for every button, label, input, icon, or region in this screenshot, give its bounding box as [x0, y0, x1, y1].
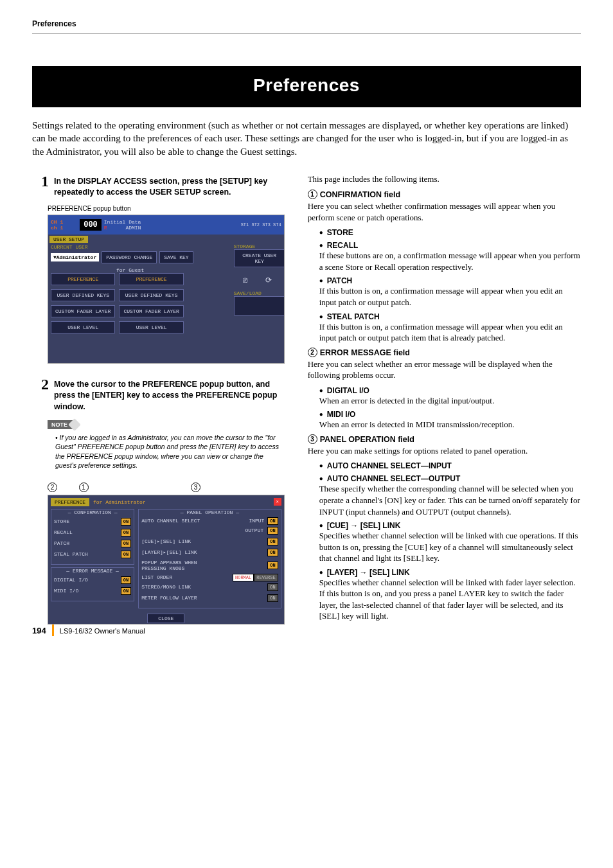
step-2-number: 2	[41, 376, 49, 392]
ss2-popup-label: POPUP APPEARS WHEN PRESSING KNOBS	[141, 560, 212, 571]
ss1-ch-label: CH 1	[51, 219, 63, 225]
store-recall-desc: If these buttons are on, a confirmation …	[319, 250, 581, 272]
ss1-cfl-right: CUSTOM FADER LAYER	[119, 305, 183, 317]
ss2-list-normal: NORMAL	[233, 574, 254, 581]
footer-rule-icon	[52, 624, 54, 636]
ss2-input-label: INPUT	[249, 518, 264, 524]
ss1-scene-name: Initial Data	[104, 219, 141, 225]
note-body: • If you are logged in as Administrator,…	[48, 429, 285, 470]
auto-input-bullet: AUTO CHANNEL SELECT—INPUT	[319, 461, 581, 470]
ss1-meter-labels: ST1 ST2 ST3 ST4	[241, 222, 281, 227]
ss2-stereo-mono-state: ON	[267, 583, 278, 591]
note-tag: NOTE	[48, 420, 73, 429]
ss2-output-state: ON	[267, 527, 278, 535]
ss1-save-key: SAVE KEY	[159, 251, 193, 263]
error-desc: Here you can select whether an error mes…	[308, 359, 581, 381]
ss2-layer-sel-state: ON	[267, 549, 278, 556]
auto-desc: These specify whether the corresponding …	[319, 483, 581, 517]
circled-2-icon: 2	[308, 348, 317, 357]
ss1-admin-label: ADMIN	[125, 225, 141, 231]
ss2-popup-state: ON	[267, 562, 278, 569]
ss2-list-reverse: REVERSE	[254, 574, 278, 581]
midi-io-bullet: MIDI I/O	[319, 410, 581, 419]
running-header: Preferences	[32, 19, 581, 28]
ss1-saveload-label: SAVE/LOAD	[234, 290, 281, 296]
step-1-text: In the DISPLAY ACCESS section, press the…	[54, 173, 285, 199]
ss1-password-change: PASSWORD CHANGE	[102, 251, 157, 263]
circled-1-icon: 1	[308, 190, 317, 199]
ss2-digital-state: ON	[121, 576, 131, 584]
layer-sel-bullet: [LAYER] → [SEL] LINK	[319, 568, 581, 577]
cue-sel-desc: Specifies whether channel selection will…	[319, 530, 581, 564]
ss1-scene-sub: R	[104, 225, 107, 231]
note-box: NOTE • If you are logged in as Administr…	[48, 419, 285, 470]
ss1-ch-sub: ch 1	[51, 225, 63, 231]
page-footer: 194 LS9-16/32 Owner's Manual	[32, 624, 145, 636]
callout-3: 3	[191, 483, 200, 492]
ss2-digital-label: DIGITAL I/O	[54, 577, 88, 583]
ss2-confirmation-title: — CONFIRMATION —	[51, 509, 134, 515]
step-2-text: Move the cursor to the PREFERENCE popup …	[54, 376, 285, 413]
user-setup-screenshot: CH 1 ch 1 000 Initial Data R ADMIN ST1 S…	[48, 215, 285, 364]
ss1-admin-badge: ▼Administrator	[51, 253, 99, 261]
ss2-midi-state: ON	[121, 587, 131, 595]
steal-patch-desc: If this button is on, a confirmation mes…	[319, 321, 581, 344]
ss2-panel-title: — PANEL OPERATION —	[139, 509, 280, 515]
ss2-cue-sel-state: ON	[267, 538, 278, 545]
confirmation-desc: Here you can select whether confirmation…	[308, 200, 581, 223]
ss2-list-order-label: LIST ORDER	[141, 574, 172, 580]
step-1: 1 In the DISPLAY ACCESS section, press t…	[32, 173, 285, 199]
ss2-store-label: STORE	[54, 518, 69, 524]
page-title: Preferences	[32, 66, 581, 107]
right-lead: This page includes the following items.	[308, 173, 581, 185]
ss2-meter-follow-state: ON	[267, 594, 278, 602]
circled-3-icon: 3	[308, 434, 317, 444]
ss2-recall-label: RECALL	[54, 529, 73, 535]
layer-sel-desc: Specifies whether channel selection will…	[319, 577, 581, 622]
ss2-close-button: CLOSE	[147, 614, 184, 623]
ss2-output-label: OUTPUT	[245, 527, 263, 533]
step-2: 2 Move the cursor to the PREFERENCE popu…	[32, 376, 285, 413]
ss2-midi-label: MIDI I/O	[54, 588, 78, 594]
page-number: 194	[32, 626, 46, 635]
ss1-storage-label: STORAGE	[234, 244, 281, 249]
ss2-stereo-mono-label: STEREO/MONO LINK	[141, 584, 191, 590]
ss1-cfl-left: CUSTOM FADER LAYER	[51, 305, 115, 317]
ss1-udk-right: USER DEFINED KEYS	[119, 289, 183, 301]
ss2-layer-sel-label: [LAYER]▸[SEL] LINK	[141, 549, 197, 555]
ss2-error-title: — ERROR MESSAGE —	[51, 568, 134, 574]
recall-bullet: RECALL	[319, 241, 581, 250]
usb-icon: ⎚	[243, 276, 247, 285]
midi-io-desc: When an error is detected in MIDI transm…	[319, 419, 581, 430]
screenshot-1-caption: PREFERENCE popup button	[48, 205, 285, 212]
intro-paragraph: Settings related to the operating enviro…	[32, 119, 581, 158]
ss2-subtab: for Administrator	[89, 498, 150, 506]
ss2-patch-label: PATCH	[54, 540, 69, 546]
ss1-udk-left: USER DEFINED KEYS	[51, 289, 115, 301]
store-bullet: STORE	[319, 228, 581, 237]
ss1-preference-left: PREFERENCE	[51, 273, 115, 285]
ss2-patch-state: ON	[121, 540, 131, 547]
preference-popup-screenshot: PREFERENCE for Administrator × — CONFIRM…	[48, 495, 285, 624]
doc-title: LS9-16/32 Owner's Manual	[60, 627, 145, 635]
patch-desc: If this button is on, a confirmation mes…	[319, 285, 581, 308]
header-rule	[32, 33, 581, 34]
ss1-tab: USER SETUP	[49, 236, 88, 243]
close-icon: ×	[274, 498, 281, 506]
ss2-tab: PREFERENCE	[51, 498, 89, 506]
ss1-create-user-key: CREATE USER KEY	[234, 249, 285, 267]
ss1-userlevel-left: USER LEVEL	[51, 321, 115, 333]
ss2-store-state: ON	[121, 518, 131, 526]
digital-io-desc: When an error is detected in the digital…	[319, 395, 581, 407]
ss2-meter-follow-label: METER FOLLOW LAYER	[141, 595, 197, 601]
confirmation-field-head: 1CONFIRMATION field	[308, 190, 581, 199]
ss2-auto-ch-label: AUTO CHANNEL SELECT	[141, 518, 200, 524]
refresh-icon: ⟳	[265, 276, 272, 285]
panel-desc: Here you can make settings for options r…	[308, 445, 581, 457]
ss2-steal-label: STEAL PATCH	[54, 551, 88, 557]
ss2-input-state: ON	[267, 517, 278, 525]
step-1-number: 1	[41, 173, 49, 189]
ss1-saveload-button	[234, 296, 285, 315]
callout-2: 2	[48, 483, 57, 492]
ss1-preference-right: PREFERENCE	[119, 273, 183, 285]
